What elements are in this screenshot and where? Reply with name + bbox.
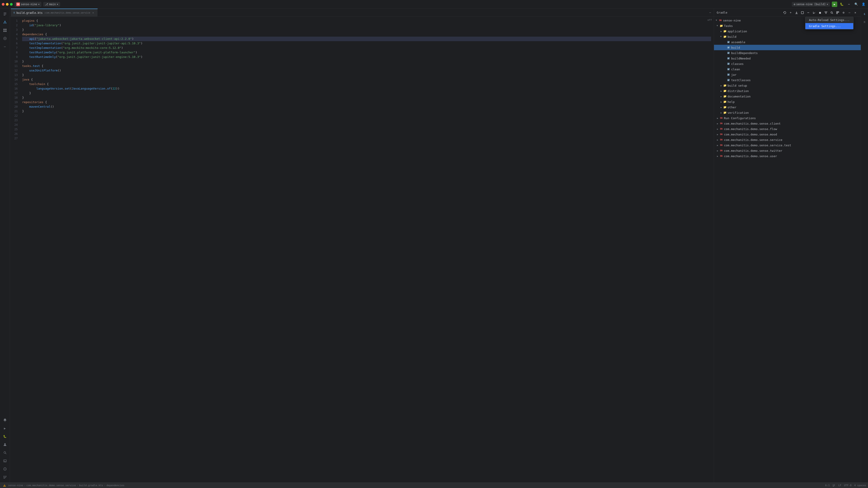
- gradle-refresh-button[interactable]: [782, 10, 787, 16]
- code-content[interactable]: plugins { id("java-library") } dependenc…: [20, 17, 714, 483]
- gradle-collapse-button[interactable]: [806, 10, 811, 16]
- classes-icon: [727, 62, 730, 66]
- sidebar-item-structure[interactable]: [1, 27, 9, 34]
- sidebar-item-notifications[interactable]: [1, 417, 9, 424]
- close-button[interactable]: [2, 3, 4, 6]
- code-editor[interactable]: 1 2 3 4 5 6 7 8 9 10 11 12 13 14 15 16 1…: [10, 17, 714, 483]
- tree-item-documentation[interactable]: ▶ 📁 documentation: [714, 94, 861, 99]
- code-line-17: }: [22, 73, 711, 77]
- breadcrumb-sep-2: ›: [77, 484, 78, 487]
- tree-item-sense-service[interactable]: ▶ SN com.mechanitis.demo.sense.service: [714, 137, 861, 143]
- tab-more-button[interactable]: ⋯: [707, 11, 713, 14]
- tree-item-classes[interactable]: ▶ classes: [714, 61, 861, 66]
- gradle-search-button[interactable]: [829, 10, 835, 16]
- gradle-download-button[interactable]: [794, 10, 799, 16]
- tree-item-build-dependents[interactable]: ▶ buildDependents: [714, 50, 861, 56]
- right-panel-gradle-icon[interactable]: G: [861, 10, 868, 18]
- gradle-tree[interactable]: ▶ SN sense-nine ▶ 📁 Tasks ▶ 📁 applicatio…: [714, 17, 861, 483]
- sidebar-item-more[interactable]: ⋯: [1, 43, 9, 50]
- tree-item-build-setup[interactable]: ▶ 📁 build setup: [714, 83, 861, 88]
- run-config-icon: ⚙: [794, 3, 795, 6]
- tree-item-sense-client[interactable]: ▶ SN com.mechanitis.demo.sense.client: [714, 121, 861, 126]
- project-dropdown-icon: ▾: [38, 3, 39, 6]
- branch-label[interactable]: ⎇ main ▾: [43, 2, 60, 6]
- context-menu-auto-reload[interactable]: Auto-Reload Settings...: [805, 17, 853, 23]
- svg-rect-1: [4, 14, 6, 14]
- account-button[interactable]: 👤: [861, 2, 866, 7]
- gradle-expand-button[interactable]: [800, 10, 805, 16]
- tree-item-build-task[interactable]: ▶ build: [714, 45, 861, 50]
- tree-item-sense-twitter[interactable]: ▶ SN com.mechanitis.demo.sense.twitter: [714, 148, 861, 153]
- context-menu-gradle-settings[interactable]: Gradle Settings...: [805, 23, 853, 29]
- svg-point-3: [4, 21, 5, 22]
- tree-item-clean[interactable]: ▶ clean: [714, 66, 861, 72]
- tree-item-build-needed[interactable]: ▶ buildNeeded: [714, 56, 861, 61]
- search-button[interactable]: 🔍: [854, 2, 859, 7]
- sidebar-item-vcs[interactable]: [1, 19, 9, 26]
- breadcrumb-file[interactable]: build.gradle.kts: [79, 484, 103, 487]
- account-icon: 👤: [862, 2, 865, 6]
- run-button[interactable]: ▶: [832, 2, 837, 7]
- right-panel-maven-icon[interactable]: M: [861, 19, 868, 26]
- sidebar-item-files[interactable]: [1, 10, 9, 18]
- run-config-name: sense-nine [build]: [796, 3, 826, 6]
- svg-point-21: [5, 468, 5, 468]
- tree-item-distribution[interactable]: ▶ 📁 distribution: [714, 88, 861, 94]
- sidebar-item-git[interactable]: [1, 474, 9, 481]
- build-needed-icon: [727, 57, 730, 60]
- svg-rect-2: [4, 15, 5, 16]
- gradle-add-button[interactable]: +: [788, 10, 794, 16]
- gradle-execute-button[interactable]: [811, 10, 817, 16]
- tree-item-run-configs[interactable]: ▶ SN Run Configurations: [714, 115, 861, 121]
- application-folder-icon: 📁: [723, 29, 727, 33]
- tree-item-other[interactable]: ▶ 📁 other: [714, 104, 861, 110]
- sidebar-item-terminal[interactable]: [1, 457, 9, 464]
- breadcrumb-deps[interactable]: dependencies: [106, 484, 124, 487]
- right-panel: G M: [861, 8, 868, 483]
- build-task-icon: [727, 46, 730, 49]
- sidebar-item-plugins[interactable]: [1, 35, 9, 42]
- tree-item-help[interactable]: ▶ 📁 help: [714, 99, 861, 104]
- gradle-close-button[interactable]: ✕: [852, 10, 858, 16]
- gradle-group-button[interactable]: [835, 10, 840, 16]
- breadcrumb-sense-nine[interactable]: sense-nine: [8, 484, 23, 487]
- tree-item-verification[interactable]: ▶ 📁 verification: [714, 110, 861, 115]
- sidebar-item-debug[interactable]: 🐛: [1, 433, 9, 440]
- code-line-12: testRuntimeOnly("org.junit.jupiter:junit…: [22, 55, 711, 59]
- line-ending[interactable]: LF: [838, 484, 841, 487]
- gradle-stop-button[interactable]: ■: [817, 10, 823, 16]
- gradle-minimize-button[interactable]: —: [847, 10, 852, 16]
- encoding[interactable]: UTF-8: [844, 484, 851, 487]
- more-actions-button[interactable]: ⋯: [846, 2, 852, 7]
- tree-item-test-classes[interactable]: ▶ testClasses: [714, 77, 861, 83]
- sidebar-item-run[interactable]: ▶: [1, 425, 9, 432]
- tree-item-assemble[interactable]: ▶ assemble: [714, 39, 861, 45]
- other-label: other: [727, 105, 736, 109]
- gradle-filter-button[interactable]: [823, 10, 829, 16]
- minimize-button[interactable]: [6, 3, 9, 6]
- run-config[interactable]: ⚙ sense-nine [build] ▾: [792, 2, 830, 6]
- sidebar-item-info[interactable]: [1, 465, 9, 472]
- documentation-arrow: ▶: [719, 94, 723, 98]
- tree-item-build[interactable]: ▶ 📁 build: [714, 34, 861, 39]
- maximize-button[interactable]: [10, 3, 13, 6]
- sidebar-item-profile[interactable]: [1, 441, 9, 448]
- indent[interactable]: 4 spaces: [854, 484, 866, 487]
- project-label[interactable]: SN sense-nine ▾: [14, 2, 41, 7]
- tree-item-sense-mood[interactable]: ▶ SN com.mechanitis.demo.sense.mood: [714, 132, 861, 137]
- gradle-settings-button[interactable]: ⚙: [841, 10, 846, 16]
- sense-user-icon: SN: [719, 154, 723, 158]
- status-warnings-button[interactable]: [2, 483, 7, 488]
- tree-item-jar[interactable]: ▶ jar: [714, 72, 861, 77]
- breadcrumb-service[interactable]: com.mechanitis.demo.sense.service: [27, 484, 76, 487]
- debug-button[interactable]: 🐛: [839, 2, 844, 7]
- tree-item-sense-service-test[interactable]: ▶ SN com.mechanitis.demo.sense.service.t…: [714, 143, 861, 148]
- tab-close-button[interactable]: ✕: [92, 11, 95, 14]
- tree-item-sense-flow[interactable]: ▶ SN com.mechanitis.demo.sense.flow: [714, 126, 861, 132]
- tab-build-gradle[interactable]: K build.gradle.kts :com.mechanitis.demo.…: [11, 8, 98, 17]
- title-bar-right: ⚙ sense-nine [build] ▾ ▶ 🐛 ⋯ 🔍 👤: [792, 2, 866, 7]
- svg-line-7: [5, 22, 6, 23]
- line-numbers: 1 2 3 4 5 6 7 8 9 10 11 12 13 14 15 16 1…: [10, 17, 20, 483]
- tree-item-sense-user[interactable]: ▶ SN com.mechanitis.demo.sense.user: [714, 153, 861, 159]
- sidebar-item-search[interactable]: [1, 449, 9, 456]
